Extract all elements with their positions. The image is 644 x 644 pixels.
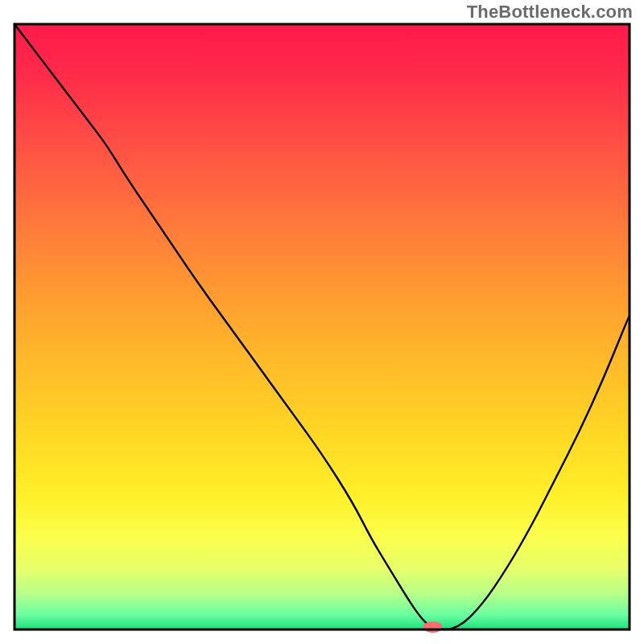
chart-canvas (0, 0, 644, 644)
watermark-label: TheBottleneck.com (467, 2, 633, 23)
chart-background (14, 24, 630, 630)
bottleneck-chart: TheBottleneck.com (0, 0, 644, 644)
bottleneck-point-marker (423, 621, 443, 633)
